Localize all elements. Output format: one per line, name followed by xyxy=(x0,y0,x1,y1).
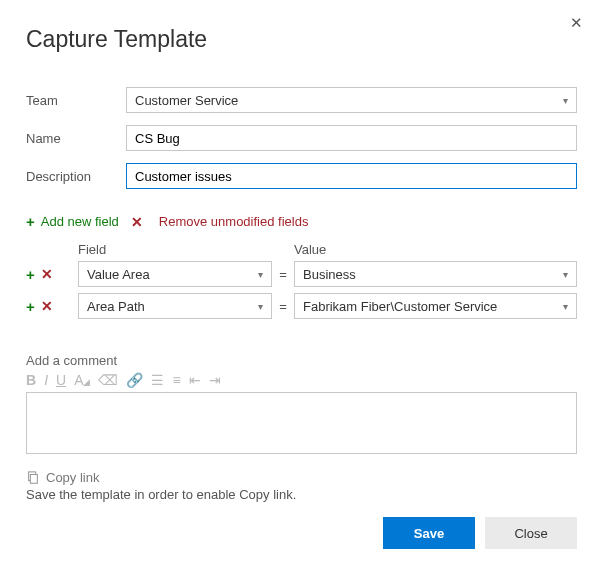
field-name-select[interactable]: Area Path ▾ xyxy=(78,293,272,319)
fields-header: Field Value xyxy=(26,242,577,257)
team-label: Team xyxy=(26,93,126,108)
team-row: Team Customer Service ▾ xyxy=(26,87,577,113)
copy-link-button[interactable]: Copy link xyxy=(46,470,99,485)
indent-icon[interactable]: ⇥ xyxy=(209,372,221,388)
field-name-select[interactable]: Value Area ▾ xyxy=(78,261,272,287)
field-row: + ✕ Value Area ▾ = Business ▾ xyxy=(26,261,577,287)
description-input[interactable] xyxy=(126,163,577,189)
team-value: Customer Service xyxy=(135,93,238,108)
description-row: Description xyxy=(26,163,577,189)
field-value-value: Fabrikam Fiber\Customer Service xyxy=(303,299,497,314)
save-button[interactable]: Save xyxy=(383,517,475,549)
field-header: Field xyxy=(78,242,272,257)
field-row: + ✕ Area Path ▾ = Fabrikam Fiber\Custome… xyxy=(26,293,577,319)
comment-label: Add a comment xyxy=(26,353,577,368)
description-label: Description xyxy=(26,169,126,184)
copy-icon xyxy=(26,471,40,485)
comment-block: Add a comment B I U A◢ ⌫ 🔗 ☰ ≡ ⇤ ⇥ xyxy=(26,353,577,454)
dialog-footer: Save Close xyxy=(383,517,577,549)
field-value-select[interactable]: Fabrikam Fiber\Customer Service ▾ xyxy=(294,293,577,319)
dialog-title: Capture Template xyxy=(26,26,577,53)
name-label: Name xyxy=(26,131,126,146)
row-actions: + ✕ xyxy=(26,266,78,283)
copy-link-hint: Save the template in order to enable Cop… xyxy=(26,487,577,502)
italic-icon[interactable]: I xyxy=(44,372,48,388)
plus-icon[interactable]: + xyxy=(26,266,35,283)
bold-icon[interactable]: B xyxy=(26,372,36,388)
outdent-icon[interactable]: ⇤ xyxy=(189,372,201,388)
chevron-down-icon: ▾ xyxy=(258,269,263,280)
comment-input[interactable] xyxy=(26,392,577,454)
chevron-down-icon: ▾ xyxy=(563,269,568,280)
x-icon: ✕ xyxy=(131,214,143,230)
chevron-down-icon: ▾ xyxy=(258,301,263,312)
copy-link-row: Copy link xyxy=(26,470,577,485)
field-name-value: Area Path xyxy=(87,299,145,314)
add-field-link[interactable]: Add new field xyxy=(41,214,119,229)
row-actions: + ✕ xyxy=(26,298,78,315)
comment-toolbar: B I U A◢ ⌫ 🔗 ☰ ≡ ⇤ ⇥ xyxy=(26,372,577,388)
x-icon[interactable]: ✕ xyxy=(41,298,53,314)
link-icon[interactable]: 🔗 xyxy=(126,372,143,388)
field-name-value: Value Area xyxy=(87,267,150,282)
number-list-icon[interactable]: ≡ xyxy=(172,372,180,388)
field-actions-row: + Add new field ✕ Remove unmodified fiel… xyxy=(26,213,577,230)
plus-icon[interactable]: + xyxy=(26,298,35,315)
close-icon[interactable]: ✕ xyxy=(570,14,583,32)
font-color-icon[interactable]: A◢ xyxy=(74,372,90,388)
chevron-down-icon: ▾ xyxy=(563,95,568,106)
x-icon[interactable]: ✕ xyxy=(41,266,53,282)
plus-icon: + xyxy=(26,213,35,230)
close-button[interactable]: Close xyxy=(485,517,577,549)
bullet-list-icon[interactable]: ☰ xyxy=(151,372,164,388)
equals-sign: = xyxy=(272,299,294,314)
name-input[interactable] xyxy=(126,125,577,151)
clear-format-icon[interactable]: ⌫ xyxy=(98,372,118,388)
team-select[interactable]: Customer Service ▾ xyxy=(126,87,577,113)
field-value-select[interactable]: Business ▾ xyxy=(294,261,577,287)
svg-rect-1 xyxy=(30,474,37,483)
name-row: Name xyxy=(26,125,577,151)
chevron-down-icon: ▾ xyxy=(563,301,568,312)
equals-sign: = xyxy=(272,267,294,282)
value-header: Value xyxy=(294,242,577,257)
underline-icon[interactable]: U xyxy=(56,372,66,388)
remove-fields-link[interactable]: Remove unmodified fields xyxy=(159,214,309,229)
field-value-value: Business xyxy=(303,267,356,282)
